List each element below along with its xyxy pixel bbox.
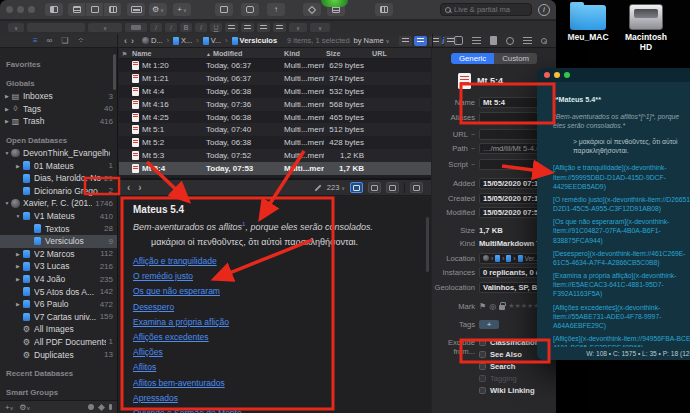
file-row[interactable]: Mt 1:21 Today, 06:37 Multi...ment 374 by… bbox=[119, 72, 431, 85]
sidebar-item[interactable]: Inboxes 3 bbox=[0, 90, 117, 103]
file-row[interactable]: Mt 1:20 Today, 06:37 Multi...ment 629 by… bbox=[119, 59, 431, 72]
minimize-button[interactable] bbox=[17, 6, 24, 13]
view-columns-button[interactable] bbox=[104, 3, 121, 16]
sidebar-item[interactable]: Dias, Haroldo. Nov... 21 bbox=[0, 172, 117, 185]
sidebar-tab-bookmark-icon[interactable]: ❏ bbox=[61, 37, 68, 45]
checkbox[interactable] bbox=[479, 387, 486, 394]
sidebar-item[interactable]: V7 Cartas univ... 159 bbox=[0, 311, 117, 324]
content-inspector-icon[interactable] bbox=[472, 37, 481, 44]
exclude-option[interactable]: Search bbox=[479, 362, 556, 371]
wiki-link[interactable]: Ouvindo o Sermão do Monte bbox=[133, 408, 421, 413]
checkbox[interactable] bbox=[479, 339, 486, 346]
file-row[interactable]: Mt 5:1 Today, 07:40 Multi...ment 512 byt… bbox=[119, 123, 431, 136]
sidebar-item[interactable]: DevonThink_Evangelho_E... bbox=[0, 147, 117, 160]
sidebar-item[interactable]: 01 Mateus 1 bbox=[0, 159, 117, 172]
editor-back-button[interactable]: ‹ bbox=[127, 182, 130, 193]
align-left-button[interactable] bbox=[225, 23, 238, 32]
sidebar-tab-type-icon[interactable]: ⁘ bbox=[77, 37, 84, 45]
sort-select[interactable]: by Name∨ bbox=[354, 36, 390, 45]
italic-button[interactable]: I bbox=[195, 23, 207, 32]
sidebar-item[interactable]: V1 Mateus 410 bbox=[0, 210, 117, 223]
sidebar-action-button[interactable]: ⚙∨ bbox=[19, 403, 30, 412]
sidebar-item[interactable]: All PDF Documents 1 bbox=[0, 336, 117, 349]
file-row[interactable]: Mt 5:3 Today, 07:52 Multi...ment 1,2 KB bbox=[119, 149, 431, 162]
flag-icon[interactable]: ⚑ bbox=[479, 302, 486, 311]
info-inspector-icon[interactable]: i bbox=[442, 36, 445, 46]
disclosure-triangle-icon[interactable] bbox=[14, 276, 22, 282]
sidebar-item[interactable]: V5 Atos dos A... 142 bbox=[0, 285, 117, 298]
breadcrumb-group-1[interactable]: X... bbox=[173, 36, 192, 45]
forward-button[interactable]: › bbox=[131, 36, 134, 46]
share-button[interactable]: ↑ bbox=[267, 3, 285, 16]
disclosure-triangle-icon[interactable] bbox=[3, 106, 11, 112]
side-panel-button[interactable] bbox=[410, 182, 423, 193]
wiki-link[interactable]: Aflitos bbox=[133, 362, 421, 372]
minimize-button[interactable] bbox=[554, 72, 560, 78]
md-item-link[interactable]: [Examina a própria aflição](x-devonthink… bbox=[553, 271, 690, 299]
widescreen-button[interactable] bbox=[127, 3, 145, 16]
sidebar-item[interactable]: V4 João 235 bbox=[0, 273, 117, 286]
see-also-inspector-icon[interactable] bbox=[523, 37, 532, 44]
disclosure-triangle-icon[interactable] bbox=[3, 200, 11, 206]
sidebar-item[interactable]: Favorites bbox=[0, 58, 117, 71]
add-tag-button[interactable]: + bbox=[479, 320, 499, 329]
wiki-link[interactable]: Apressados bbox=[133, 393, 421, 403]
md-item-link[interactable]: [Desespero](x-devonthink-item://461C269E… bbox=[553, 249, 690, 267]
file-row[interactable]: Mt 4:25 Today, 06:38 Multi...ment 465 by… bbox=[119, 111, 431, 124]
wiki-link[interactable]: O remédio justo bbox=[133, 271, 421, 281]
label-circle-icon[interactable]: ◎ bbox=[489, 302, 496, 311]
sidebar-tab-list-icon[interactable]: ≡ bbox=[33, 37, 38, 45]
sidebar-item[interactable]: Recent Databases bbox=[0, 367, 117, 380]
disclosure-triangle-icon[interactable] bbox=[14, 263, 22, 269]
icons-view-button[interactable] bbox=[399, 36, 412, 46]
annotations-inspector-icon[interactable] bbox=[454, 36, 463, 45]
md-item-link[interactable]: [Os que não esperaram](x-devonthink-item… bbox=[553, 217, 690, 245]
font-size-select[interactable]: ∨ bbox=[88, 23, 122, 32]
sidebar-item[interactable]: Dicionario Grego 2 bbox=[0, 185, 117, 198]
highlight-pen-icon[interactable] bbox=[314, 184, 321, 191]
stroke-button-2[interactable]: / bbox=[165, 23, 177, 32]
wiki-link[interactable]: Aflitos bem-aventurados bbox=[133, 378, 421, 388]
move-to-button[interactable] bbox=[215, 3, 233, 16]
sidebar-item[interactable]: Versiculos 9 bbox=[0, 235, 117, 248]
toggle-sidebar-button[interactable] bbox=[45, 3, 63, 16]
sidebar-item[interactable]: V3 Lucas 216 bbox=[0, 260, 117, 273]
sidebar-item[interactable]: Globals bbox=[0, 77, 117, 90]
disclosure-triangle-icon[interactable] bbox=[14, 251, 22, 257]
checkbox[interactable] bbox=[479, 351, 486, 358]
md-window-titlebar[interactable] bbox=[537, 68, 690, 82]
sidebar-item[interactable]: Tags 40 bbox=[0, 103, 117, 116]
breadcrumb-group-2[interactable]: V... bbox=[203, 36, 222, 45]
checkbox[interactable] bbox=[479, 375, 486, 382]
document-inspector-icon[interactable] bbox=[490, 36, 497, 45]
annotate-button[interactable] bbox=[241, 3, 259, 16]
add-group-button[interactable]: +∨ bbox=[5, 403, 13, 412]
md-item-link[interactable]: [Aflição e tranquilidade](x-devonthink-i… bbox=[553, 163, 690, 191]
color-filter-icon[interactable] bbox=[88, 404, 94, 410]
breadcrumb-database[interactable]: D... bbox=[142, 36, 163, 45]
tag-filter-icon[interactable] bbox=[98, 403, 105, 410]
column-name[interactable]: Name bbox=[130, 49, 204, 58]
stroke-button-1[interactable]: / bbox=[150, 23, 162, 32]
sidebar-item[interactable]: Open Databases bbox=[0, 134, 117, 147]
wiki-link[interactable]: Examina a própria aflição bbox=[133, 317, 421, 327]
sidebar-item[interactable]: Duplicates 13 bbox=[0, 348, 117, 361]
sidebar-item[interactable]: Xavier, F. C. (201... 1746 bbox=[0, 197, 117, 210]
column-size[interactable]: Size bbox=[324, 49, 370, 58]
align-right-button[interactable] bbox=[257, 23, 270, 32]
checkbox[interactable] bbox=[479, 363, 486, 370]
breadcrumb-current[interactable]: Versiculos bbox=[232, 36, 278, 45]
inspector-panel-button[interactable] bbox=[375, 3, 393, 16]
zoom-button[interactable] bbox=[564, 72, 570, 78]
sidebar-item[interactable]: Trash 416 bbox=[0, 115, 117, 128]
sidebar-item[interactable]: Textos 28 bbox=[0, 222, 117, 235]
tab-custom[interactable]: Custom bbox=[494, 53, 537, 64]
paragraph-style-select[interactable]: ∨ bbox=[8, 23, 24, 32]
tab-generic[interactable]: Generic bbox=[451, 53, 494, 64]
wiki-link[interactable]: Os que não esperaram bbox=[133, 286, 421, 296]
sidebar-item[interactable]: Smart Groups bbox=[0, 386, 117, 399]
sidebar-scrollbar[interactable] bbox=[113, 54, 116, 90]
column-modified[interactable]: ▲ Modified bbox=[204, 49, 282, 58]
desktop-icon-macintosh-hd[interactable]: Macintosh HD bbox=[618, 4, 674, 52]
disclosure-triangle-icon[interactable] bbox=[3, 118, 11, 124]
